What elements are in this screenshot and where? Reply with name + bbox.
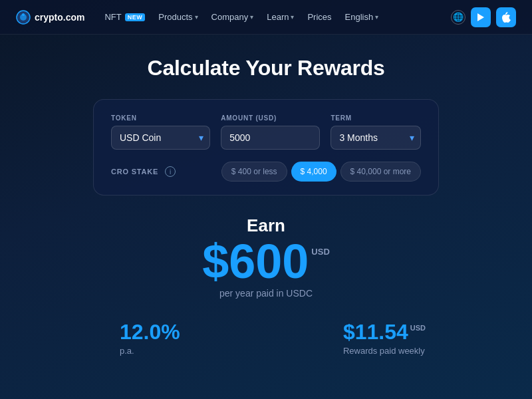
amount-label: AMOUNT (USD) — [221, 114, 320, 122]
nav-item-learn[interactable]: Learn ▾ — [267, 12, 294, 22]
stat-weekly-usd: USD — [410, 324, 426, 332]
chevron-down-icon: ▾ — [250, 13, 253, 21]
logo[interactable]: crypto.com — [16, 10, 84, 25]
term-group: TERM 1 Month 3 Months 6 Months 12 Months — [331, 114, 421, 150]
stat-rate: 12.0% p.a. — [120, 320, 180, 356]
stat-weekly-amount: $11.54 — [343, 320, 408, 344]
stat-weekly-value-row: $11.54 USD — [343, 320, 426, 344]
stake-400-less-button[interactable]: $ 400 or less — [221, 162, 287, 182]
token-select-wrapper: USD Coin Bitcoin Ethereum CRO — [111, 126, 210, 150]
info-icon[interactable]: i — [165, 166, 176, 177]
chevron-down-icon: ▾ — [195, 13, 198, 21]
term-label: TERM — [331, 114, 421, 122]
amount-input[interactable] — [221, 126, 320, 150]
svg-point-2 — [22, 13, 25, 16]
earn-subtitle: per year paid in USDC — [202, 288, 330, 299]
stake-options: $ 400 or less $ 4,000 $ 40,000 or more — [182, 162, 421, 182]
term-select[interactable]: 1 Month 3 Months 6 Months 12 Months — [331, 126, 421, 150]
stake-4000-button[interactable]: $ 4,000 — [291, 162, 336, 182]
token-group: TOKEN USD Coin Bitcoin Ethereum CRO — [111, 114, 210, 150]
earn-amount-row: $600 USD — [202, 237, 330, 285]
page-title: Calculate Your Rewards — [148, 56, 385, 80]
term-select-wrapper: 1 Month 3 Months 6 Months 12 Months — [331, 126, 421, 150]
logo-icon — [16, 10, 31, 25]
chevron-down-icon: ▾ — [291, 13, 294, 21]
nav-item-prices[interactable]: Prices — [307, 12, 331, 22]
stats-row: 12.0% p.a. $11.54 USD Rewards paid weekl… — [93, 320, 439, 356]
cro-stake-label: CRO STAKE — [111, 168, 158, 176]
calculator-card: TOKEN USD Coin Bitcoin Ethereum CRO AMOU… — [93, 99, 439, 196]
token-label: TOKEN — [111, 114, 210, 122]
nav-item-products[interactable]: Products ▾ — [158, 12, 198, 22]
nav-item-company[interactable]: Company ▾ — [211, 12, 254, 22]
svg-marker-3 — [477, 13, 484, 21]
stat-rate-value: 12.0% — [120, 320, 180, 344]
token-select[interactable]: USD Coin Bitcoin Ethereum CRO — [111, 126, 210, 150]
chevron-down-icon: ▾ — [375, 13, 378, 21]
navbar: crypto.com NFT NEW Products ▾ Company ▾ … — [0, 0, 532, 35]
stat-weekly: $11.54 USD Rewards paid weekly — [343, 320, 426, 356]
apple-icon — [501, 12, 511, 23]
form-row: TOKEN USD Coin Bitcoin Ethereum CRO AMOU… — [111, 114, 421, 150]
play-icon — [475, 12, 486, 23]
earn-currency: USD — [311, 247, 329, 257]
globe-icon[interactable]: 🌐 — [451, 10, 466, 25]
apple-app-button[interactable] — [496, 7, 516, 27]
logo-text: crypto.com — [35, 12, 84, 23]
stat-weekly-desc: Rewards paid weekly — [343, 346, 425, 356]
stake-40000-more-button[interactable]: $ 40,000 or more — [340, 162, 421, 182]
amount-group: AMOUNT (USD) — [221, 114, 320, 150]
nav-item-nft[interactable]: NFT NEW — [104, 12, 145, 22]
earn-amount: $600 — [202, 237, 309, 285]
stat-rate-desc: p.a. — [120, 346, 134, 356]
nav-item-english[interactable]: English ▾ — [345, 12, 379, 22]
main-content: Calculate Your Rewards TOKEN USD Coin Bi… — [0, 35, 532, 369]
earn-section: Earn $600 USD per year paid in USDC — [202, 215, 330, 299]
earn-label: Earn — [202, 215, 330, 236]
android-app-button[interactable] — [471, 7, 491, 27]
nav-icons: 🌐 — [451, 7, 516, 27]
cro-stake-row: CRO STAKE i $ 400 or less $ 4,000 $ 40,0… — [111, 162, 421, 182]
